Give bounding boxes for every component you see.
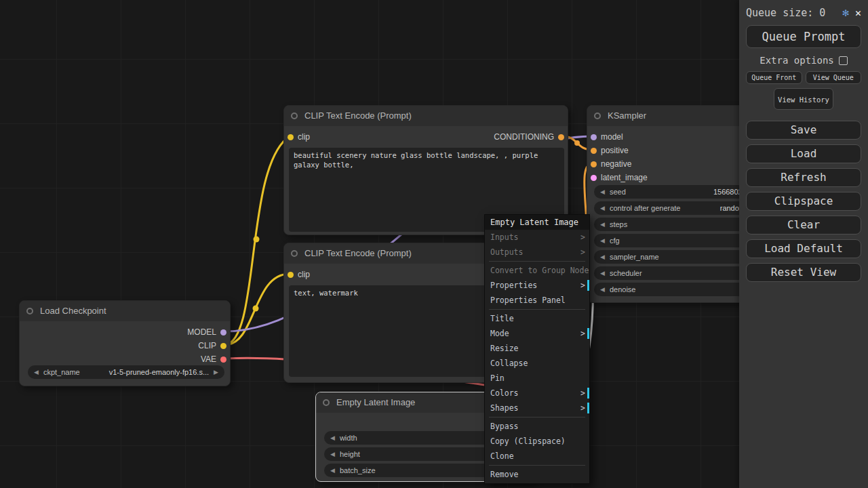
- slot-label: MODEL: [187, 327, 216, 337]
- latent-input-dot-icon[interactable]: [591, 175, 597, 181]
- widget-label: control after generate: [610, 204, 681, 212]
- conditioning-output-dot-icon[interactable]: [558, 134, 564, 140]
- load-default-button[interactable]: Load Default: [746, 239, 861, 258]
- submenu-accent-bar: [587, 388, 589, 399]
- collapse-dot-icon[interactable]: [323, 399, 330, 406]
- menu-item-collapse[interactable]: Collapse: [485, 356, 589, 371]
- submenu-arrow-icon: >: [580, 245, 585, 260]
- collapse-dot-icon[interactable]: [291, 113, 298, 119]
- slot-positive-input[interactable]: positive: [591, 144, 629, 157]
- queue-prompt-button[interactable]: Queue Prompt: [746, 25, 861, 48]
- prev-arrow-icon[interactable]: ◀: [600, 221, 605, 228]
- clear-button[interactable]: Clear: [746, 216, 861, 235]
- slot-clip-input[interactable]: clip: [288, 130, 310, 144]
- prev-arrow-icon[interactable]: ◀: [600, 237, 605, 244]
- save-button[interactable]: Save: [746, 121, 861, 140]
- clip-input-dot-icon[interactable]: [288, 134, 294, 140]
- submenu-arrow-icon: >: [580, 326, 585, 341]
- prev-arrow-icon[interactable]: ◀: [330, 451, 335, 458]
- menu-item-label: Pin: [490, 373, 505, 383]
- collapse-dot-icon[interactable]: [26, 308, 33, 314]
- clip-output-dot-icon[interactable]: [220, 343, 226, 349]
- menu-separator: [489, 417, 585, 418]
- next-arrow-icon[interactable]: ▶: [214, 369, 218, 375]
- menu-separator: [489, 309, 585, 310]
- clipspace-button[interactable]: Clipspace: [746, 192, 861, 211]
- settings-gear-icon[interactable]: ✻: [842, 6, 849, 19]
- slot-label: VAE: [201, 354, 216, 364]
- widget-value: v1-5-pruned-emaonly-fp16.s...: [109, 368, 209, 376]
- menu-item-properties-panel[interactable]: Properties Panel: [485, 293, 589, 308]
- submenu-accent-bar: [587, 403, 589, 413]
- menu-item-label: Properties Panel: [490, 296, 566, 305]
- menu-item-label: Properties: [490, 281, 537, 290]
- view-queue-button[interactable]: View Queue: [806, 71, 862, 84]
- vae-output-dot-icon[interactable]: [220, 357, 226, 363]
- slot-label: CLIP: [198, 341, 216, 350]
- slot-negative-input[interactable]: negative: [591, 157, 631, 171]
- menu-item-shapes[interactable]: Shapes >: [485, 401, 589, 415]
- ckpt-name-widget[interactable]: ◀ ckpt_name v1-5-pruned-emaonly-fp16.s..…: [28, 365, 224, 379]
- menu-item-resize[interactable]: Resize: [485, 341, 589, 356]
- submenu-arrow-icon: >: [580, 230, 585, 245]
- comfy-menu-panel: Queue size: 0 ✻ ✕ Queue Prompt Extra opt…: [739, 0, 868, 488]
- menu-item-label: Copy (Clipspace): [490, 436, 566, 446]
- slot-model-input[interactable]: model: [591, 130, 623, 144]
- prev-arrow-icon[interactable]: ◀: [600, 188, 605, 195]
- slot-vae-output[interactable]: VAE: [201, 352, 226, 366]
- menu-item-label: Shapes: [490, 403, 519, 413]
- prev-arrow-icon[interactable]: ◀: [600, 205, 605, 211]
- menu-item-colors[interactable]: Colors >: [485, 386, 589, 401]
- negative-input-dot-icon[interactable]: [591, 161, 597, 167]
- menu-item-pin[interactable]: Pin: [485, 371, 589, 386]
- node-title-bar[interactable]: CLIP Text Encode (Prompt): [284, 106, 568, 126]
- prev-arrow-icon[interactable]: ◀: [330, 434, 335, 441]
- slot-clip-output[interactable]: CLIP: [198, 339, 226, 352]
- close-icon[interactable]: ✕: [855, 7, 861, 19]
- prev-arrow-icon[interactable]: ◀: [34, 369, 39, 375]
- menu-item-mode[interactable]: Mode >: [485, 326, 589, 341]
- prev-arrow-icon[interactable]: ◀: [330, 467, 335, 474]
- widget-label: sampler_name: [610, 253, 659, 261]
- menu-separator: [489, 465, 585, 466]
- node-load-checkpoint[interactable]: Load Checkpoint MODEL CLIP VAE ◀ ckpt_na…: [19, 300, 231, 386]
- positive-input-dot-icon[interactable]: [591, 148, 597, 154]
- slot-label: clip: [298, 132, 310, 142]
- extra-options-checkbox[interactable]: [839, 56, 848, 65]
- queue-front-button[interactable]: Queue Front: [746, 71, 802, 84]
- prev-arrow-icon[interactable]: ◀: [600, 253, 605, 260]
- menu-item-convert-to-group-node[interactable]: Convert to Group Node: [485, 263, 589, 278]
- menu-item-title[interactable]: Title: [485, 311, 589, 326]
- node-title-bar[interactable]: Load Checkpoint: [20, 301, 230, 321]
- menu-item-bypass[interactable]: Bypass: [485, 419, 589, 434]
- model-output-dot-icon[interactable]: [220, 329, 226, 336]
- view-history-button[interactable]: View History: [774, 88, 833, 110]
- menu-item-clone[interactable]: Clone: [485, 449, 589, 464]
- prev-arrow-icon[interactable]: ◀: [600, 286, 605, 293]
- prev-arrow-icon[interactable]: ◀: [600, 270, 605, 277]
- model-input-dot-icon[interactable]: [591, 134, 597, 140]
- menu-item-copy-clipspace[interactable]: Copy (Clipspace): [485, 434, 589, 449]
- load-button[interactable]: Load: [746, 144, 861, 163]
- slot-model-output[interactable]: MODEL: [187, 325, 226, 339]
- widget-label: ckpt_name: [43, 368, 80, 376]
- slot-latent-image-input[interactable]: latent_image: [591, 171, 648, 184]
- slot-clip-input[interactable]: clip: [288, 268, 310, 281]
- submenu-accent-bar: [587, 328, 589, 339]
- widget-label: steps: [610, 220, 627, 228]
- menu-item-label: Convert to Group Node: [490, 266, 589, 275]
- slot-conditioning-output[interactable]: CONDITIONING: [494, 130, 564, 144]
- slot-label: positive: [601, 146, 629, 155]
- refresh-button[interactable]: Refresh: [746, 168, 861, 187]
- menu-item-remove[interactable]: Remove: [485, 467, 589, 482]
- clip-input-dot-icon[interactable]: [288, 272, 294, 278]
- menu-item-inputs[interactable]: Inputs >: [485, 230, 589, 245]
- slot-label: latent_image: [601, 173, 648, 182]
- collapse-dot-icon[interactable]: [291, 250, 298, 257]
- reset-view-button[interactable]: Reset View: [746, 263, 861, 282]
- menu-item-label: Resize: [490, 344, 519, 353]
- menu-item-properties[interactable]: Properties >: [485, 278, 589, 293]
- collapse-dot-icon[interactable]: [594, 113, 601, 119]
- menu-item-outputs[interactable]: Outputs >: [485, 245, 589, 260]
- widget-label: scheduler: [610, 269, 642, 277]
